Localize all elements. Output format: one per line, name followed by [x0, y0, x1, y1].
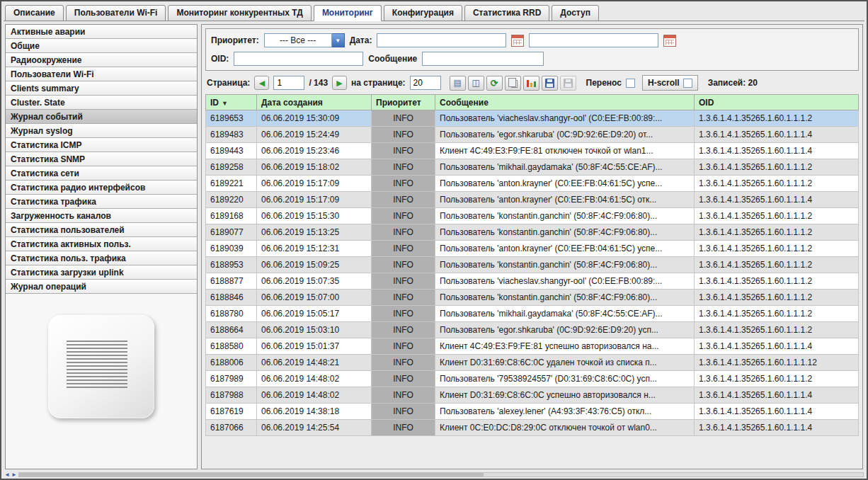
cell-created[interactable]: 06.06.2019 15:13:25 [257, 224, 372, 241]
list-view-button[interactable]: ▤ [450, 76, 466, 91]
cell-message[interactable]: Пользователь 'alexey.lener' (A4:93:3F:43… [435, 404, 695, 420]
message-input[interactable] [422, 52, 544, 66]
cell-message[interactable]: Пользователь 'viacheslav.shangyr-ool' (C… [435, 273, 695, 290]
cell-priority[interactable]: INFO [372, 387, 435, 404]
cell-oid[interactable]: 1.3.6.1.4.1.35265.1.60.1.1.1.2 [695, 110, 859, 127]
cell-id[interactable]: 6189221 [206, 176, 257, 192]
table-row[interactable]: 6189443 06.06.2019 15:23:46 INFO Клиент … [206, 143, 859, 159]
cell-oid[interactable]: 1.3.6.1.4.1.35265.1.60.1.1.1.2 [695, 176, 859, 192]
table-row[interactable]: 6188580 06.06.2019 15:01:37 INFO Клиент … [206, 338, 859, 355]
cell-message[interactable]: Пользователь '79538924557' (D0:31:69:C8:… [435, 371, 695, 387]
cell-message[interactable]: Пользователь 'mikhail.gaydamaka' (50:8F:… [435, 306, 695, 322]
cell-message[interactable]: Клиент 4C:49:E3:F9:FE:81 успешно авториз… [435, 338, 695, 355]
column-header-created[interactable]: Дата создания [257, 95, 372, 110]
cell-message[interactable]: Пользователь 'anton.krayner' (C0:EE:FB:0… [435, 241, 695, 257]
cell-priority[interactable]: INFO [372, 192, 435, 208]
cell-created[interactable]: 06.06.2019 15:03:10 [257, 322, 372, 338]
cell-priority[interactable]: INFO [372, 127, 435, 143]
table-row[interactable]: 6189653 06.06.2019 15:30:09 INFO Пользов… [206, 110, 859, 127]
tab-monitoring[interactable]: Мониторинг [314, 5, 382, 21]
cell-id[interactable]: 6188006 [206, 355, 257, 371]
sidebar-item-user-stats[interactable]: Статистика пользователей [5, 222, 198, 237]
cell-message[interactable]: Пользователь 'egor.shkaruba' (0C:9D:92:6… [435, 127, 695, 143]
cell-id[interactable]: 6187066 [206, 420, 257, 436]
cell-created[interactable]: 06.06.2019 14:48:02 [257, 387, 372, 404]
cell-id[interactable]: 6189258 [206, 159, 257, 176]
cell-created[interactable]: 06.06.2019 15:15:30 [257, 208, 372, 224]
sidebar-item-operations-log[interactable]: Журнал операций [5, 279, 198, 294]
cell-id[interactable]: 6187619 [206, 404, 257, 420]
cell-priority[interactable]: INFO [372, 420, 435, 436]
cell-priority[interactable]: INFO [372, 176, 435, 192]
cell-message[interactable]: Клиент D0:31:69:C8:6C:0C успешно авториз… [435, 387, 695, 404]
cell-oid[interactable]: 1.3.6.1.4.1.35265.1.60.1.1.1.2 [695, 159, 859, 176]
hscroll-toggle[interactable]: H-scroll [642, 75, 698, 91]
refresh-button[interactable]: ⟳ [486, 76, 503, 91]
tab-wifi-users[interactable]: Пользователи Wi-Fi [66, 5, 166, 21]
cell-id[interactable]: 6189483 [206, 127, 257, 143]
sidebar-item-radio-environment[interactable]: Радиоокружение [5, 52, 198, 67]
cell-created[interactable]: 06.06.2019 14:38:18 [257, 404, 372, 420]
cell-oid[interactable]: 1.3.6.1.4.1.35265.1.60.1.1.1.4 [695, 338, 859, 355]
priority-select[interactable]: --- Все --- ▼ [264, 33, 345, 47]
cell-id[interactable]: 6188846 [206, 290, 257, 306]
cell-id[interactable]: 6189168 [206, 208, 257, 224]
cell-oid[interactable]: 1.3.6.1.4.1.35265.1.60.1.1.1.2 [695, 224, 859, 241]
cell-message[interactable]: Пользователь 'egor.shkaruba' (0C:9D:92:6… [435, 322, 695, 338]
scroll-right-icon[interactable]: ► [11, 472, 17, 478]
sidebar-item-traffic-stats[interactable]: Статистика трафика [5, 194, 198, 209]
column-header-oid[interactable]: OID [695, 95, 859, 110]
cell-message[interactable]: Пользователь 'konstantin.ganchin' (50:8F… [435, 208, 695, 224]
cell-created[interactable]: 06.06.2019 15:24:49 [257, 127, 372, 143]
cell-priority[interactable]: INFO [372, 110, 435, 127]
sidebar-item-cluster-state[interactable]: Cluster. State [5, 95, 198, 110]
table-row[interactable]: 6188953 06.06.2019 15:09:25 INFO Пользов… [206, 257, 859, 273]
cell-oid[interactable]: 1.3.6.1.4.1.35265.1.60.1.1.1.2 [695, 290, 859, 306]
tab-configuration[interactable]: Конфигурация [384, 5, 462, 21]
cell-created[interactable]: 06.06.2019 15:18:02 [257, 159, 372, 176]
cell-message[interactable]: Клиент 4C:49:E3:F9:FE:81 отключен точкой… [435, 143, 695, 159]
table-row[interactable]: 6189221 06.06.2019 15:17:09 INFO Пользов… [206, 176, 859, 192]
table-row[interactable]: 6188780 06.06.2019 15:05:17 INFO Пользов… [206, 306, 859, 322]
cell-id[interactable]: 6188580 [206, 338, 257, 355]
calendar-icon[interactable] [511, 35, 524, 47]
sidebar-item-active-alarms[interactable]: Активные аварии [5, 24, 198, 39]
cell-oid[interactable]: 1.3.6.1.4.1.35265.1.60.1.1.1.2 [695, 241, 859, 257]
cell-id[interactable]: 6189220 [206, 192, 257, 208]
cell-priority[interactable]: INFO [372, 273, 435, 290]
cell-created[interactable]: 06.06.2019 14:48:21 [257, 355, 372, 371]
scrollbar-thumb[interactable] [19, 473, 484, 476]
tab-rrd-statistics[interactable]: Статистика RRD [464, 5, 549, 21]
copy-button[interactable] [505, 76, 521, 91]
table-row[interactable]: 6188846 06.06.2019 15:07:00 INFO Пользов… [206, 290, 859, 306]
cell-created[interactable]: 06.06.2019 14:48:02 [257, 371, 372, 387]
table-row[interactable]: 6188664 06.06.2019 15:03:10 INFO Пользов… [206, 322, 859, 338]
cell-message[interactable]: Клиент D0:31:69:C8:6C:0C удален точкой и… [435, 355, 695, 371]
cell-priority[interactable]: INFO [372, 290, 435, 306]
cell-priority[interactable]: INFO [372, 241, 435, 257]
sidebar-item-icmp-stats[interactable]: Статистика ICMP [5, 137, 198, 152]
table-row[interactable]: 6189258 06.06.2019 15:18:02 INFO Пользов… [206, 159, 859, 176]
chart-button[interactable] [523, 76, 539, 91]
wrap-checkbox[interactable] [626, 79, 635, 88]
table-row[interactable]: 6187989 06.06.2019 14:48:02 INFO Пользов… [206, 371, 859, 387]
date-to-input[interactable] [529, 33, 658, 47]
column-header-id[interactable]: ID▼ [206, 95, 257, 110]
cell-created[interactable]: 06.06.2019 15:17:09 [257, 192, 372, 208]
cell-priority[interactable]: INFO [372, 306, 435, 322]
prev-page-button[interactable]: ◀ [254, 76, 269, 90]
cell-priority[interactable]: INFO [372, 371, 435, 387]
calendar-icon[interactable] [663, 35, 676, 47]
sidebar-item-radio-interface-stats[interactable]: Статистика радио интерфейсов [5, 180, 198, 195]
sidebar-item-user-traffic-stats[interactable]: Статистика польз. трафика [5, 251, 198, 265]
cell-message[interactable]: Пользователь 'viacheslav.shangyr-ool' (C… [435, 110, 695, 127]
table-row[interactable]: 6187988 06.06.2019 14:48:02 INFO Клиент … [206, 387, 859, 404]
cell-priority[interactable]: INFO [372, 355, 435, 371]
sidebar-item-snmp-stats[interactable]: Статистика SNMP [5, 152, 198, 166]
cell-priority[interactable]: INFO [372, 322, 435, 338]
sidebar-item-channel-load[interactable]: Загруженность каналов [5, 208, 198, 223]
tab-competitor-ap-monitoring[interactable]: Мониторинг конкурентных ТД [168, 5, 311, 21]
cell-created[interactable]: 06.06.2019 15:17:09 [257, 176, 372, 192]
cell-oid[interactable]: 1.3.6.1.4.1.35265.1.60.1.1.1.4 [695, 420, 859, 436]
table-row[interactable]: 6189220 06.06.2019 15:17:09 INFO Пользов… [206, 192, 859, 208]
